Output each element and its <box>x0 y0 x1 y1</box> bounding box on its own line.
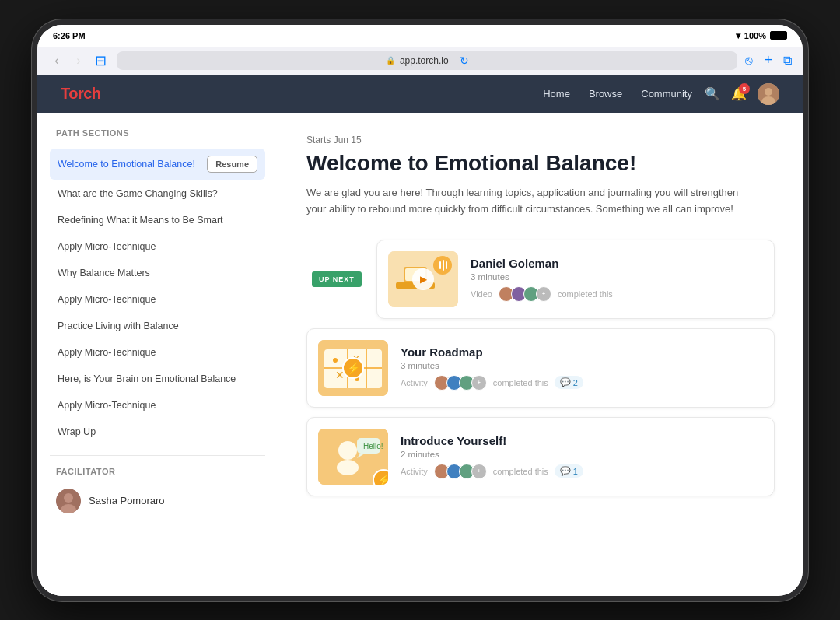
card-daniel-goleman[interactable]: UP NEXT <box>376 240 775 319</box>
card-introduce-yourself[interactable]: Hello! ⚡ Introduce Yourself! 2 minutes A… <box>306 417 775 496</box>
user-avatar[interactable] <box>758 83 779 105</box>
back-button[interactable]: ‹ <box>48 52 65 69</box>
comment-icon-3: 💬 <box>560 466 571 476</box>
sidebar-item-6[interactable]: Practice Living with Balance <box>50 314 265 338</box>
resume-button[interactable]: Resume <box>207 156 257 173</box>
nav-community[interactable]: Community <box>641 88 692 100</box>
mini-avatar-count: + <box>536 286 551 302</box>
svg-text:Hello!: Hello! <box>363 442 383 450</box>
section-date: Starts Jun 15 <box>306 135 775 145</box>
lock-icon: 🔒 <box>386 56 395 65</box>
battery-percentage: 100% <box>744 31 766 40</box>
card-footer-2: Activity + completed this 💬 2 <box>401 375 763 391</box>
tabs-icon[interactable]: ⧉ <box>783 54 792 68</box>
sidebar-item-label-10: Wrap Up <box>58 426 96 437</box>
svg-point-25 <box>337 460 359 475</box>
url-text: app.torch.io <box>400 55 449 66</box>
nav-home[interactable]: Home <box>543 88 570 100</box>
card-thumbnail-introduce: Hello! ⚡ <box>318 429 388 485</box>
comment-badge-2[interactable]: 💬 2 <box>555 376 583 389</box>
reload-button[interactable]: ↻ <box>460 54 469 67</box>
sidebar-item-label-7: Apply Micro-Technique <box>58 347 156 358</box>
sidebar-item-2[interactable]: Redefining What it Means to Be Smart <box>50 208 265 233</box>
avatar-group-2: + <box>434 375 487 391</box>
avatar-group-1: + <box>499 286 551 302</box>
card-title-3: Introduce Yourself! <box>401 434 763 447</box>
facilitator-name: Sasha Pomoraro <box>89 495 165 506</box>
forward-button[interactable]: › <box>70 52 87 69</box>
nav-icons: 🔍 🔔 5 <box>705 83 779 105</box>
nav-browse[interactable]: Browse <box>589 88 622 100</box>
browser-nav: ‹ › ⊟ <box>48 52 109 69</box>
sidebar: Path sections Welcome to Emotional Balan… <box>37 113 278 596</box>
card-type-3: Activity <box>401 467 428 476</box>
notifications-button[interactable]: 🔔 5 <box>731 86 747 101</box>
sidebar-item-9[interactable]: Apply Micro-Technique <box>50 393 265 418</box>
sidebar-item-1[interactable]: What are the Game Changing Skills? <box>50 181 265 206</box>
completed-text-3: completed this <box>493 467 548 476</box>
sidebar-item-4[interactable]: Why Balance Matters <box>50 261 265 285</box>
browser-actions: ⎋ + ⧉ <box>745 52 792 68</box>
sidebar-item-label-5: Apply Micro-Technique <box>58 294 156 305</box>
device-screen: 6:26 PM ▾ 100% ‹ › ⊟ 🔒 app.torch.io ↻ <box>37 25 803 596</box>
sidebar-item-7[interactable]: Apply Micro-Technique <box>50 340 265 365</box>
sidebar-item-label-2: Redefining What it Means to Be Smart <box>58 215 223 226</box>
share-icon[interactable]: ⎋ <box>745 54 753 68</box>
sidebar-section-title: Path sections <box>50 128 265 138</box>
mini-avatar-count: + <box>471 464 487 479</box>
avatar-group-3: + <box>434 464 487 479</box>
comment-count-2: 2 <box>573 378 578 387</box>
comment-count-3: 1 <box>573 467 578 476</box>
svg-point-21 <box>333 358 338 363</box>
sidebar-item-10[interactable]: Wrap Up <box>50 419 265 444</box>
card-meta-3: 2 minutes <box>401 450 763 459</box>
card-type-1: Video <box>471 289 492 299</box>
sidebar-item-3[interactable]: Apply Micro-Technique <box>50 234 265 259</box>
svg-point-24 <box>338 441 357 460</box>
svg-rect-12 <box>443 260 444 271</box>
sidebar-item-label-4: Why Balance Matters <box>58 268 150 278</box>
card-your-roadmap[interactable]: ✕ ✕ ⚡ Your Roadmap 3 minutes Activity <box>306 328 775 408</box>
sidebar-item-label-6: Practice Living with Balance <box>58 321 179 331</box>
lightning-button[interactable]: ⚡ <box>342 357 364 379</box>
sidebar-item-8[interactable]: Here, is Your Brain on Emotional Balance <box>50 366 265 391</box>
card-thumbnail-roadmap: ✕ ✕ ⚡ <box>318 340 388 396</box>
nav-links: Home Browse Community <box>543 88 692 100</box>
facilitator-row: Sasha Pomoraro <box>50 485 265 517</box>
card-title-1: Daniel Goleman <box>471 257 763 270</box>
facilitator-avatar <box>56 489 81 513</box>
section-title: Welcome to Emotional Balance! <box>306 150 775 177</box>
sidebar-divider <box>50 455 265 456</box>
bookmarks-button[interactable]: ⊟ <box>92 52 109 69</box>
device-frame: 6:26 PM ▾ 100% ‹ › ⊟ 🔒 app.torch.io ↻ <box>31 19 809 602</box>
sidebar-item-welcome[interactable]: Welcome to Emotional Balance! Resume <box>50 149 265 180</box>
card-info-2: Your Roadmap 3 minutes Activity + comple… <box>401 345 763 391</box>
up-next-tag: UP NEXT <box>312 271 362 287</box>
card-title-2: Your Roadmap <box>401 345 763 359</box>
svg-point-4 <box>64 493 73 503</box>
battery-icon <box>770 31 787 40</box>
app-logo: Torch <box>61 85 101 103</box>
facilitator-title: Facilitator <box>50 467 265 476</box>
card-info-1: Daniel Goleman 3 minutes Video + complet… <box>471 257 763 302</box>
sidebar-item-5[interactable]: Apply Micro-Technique <box>50 287 265 312</box>
play-button[interactable]: ▶ <box>412 268 434 290</box>
card-thumbnail-video: ▶ <box>388 251 458 307</box>
completed-text-1: completed this <box>558 289 613 299</box>
comment-badge-3[interactable]: 💬 1 <box>555 464 583 478</box>
new-tab-icon[interactable]: + <box>764 52 772 68</box>
section-description: We are glad you are here! Through learni… <box>306 185 758 218</box>
svg-rect-13 <box>446 261 447 269</box>
url-bar[interactable]: 🔒 app.torch.io ↻ <box>117 51 737 70</box>
status-time: 6:26 PM <box>53 31 86 40</box>
mini-avatar-count: + <box>471 375 487 391</box>
app-nav: Torch Home Browse Community 🔍 🔔 5 <box>37 75 803 113</box>
completed-text-2: completed this <box>493 378 548 387</box>
comment-icon: 💬 <box>560 377 571 387</box>
card-meta-1: 3 minutes <box>471 272 763 282</box>
sidebar-item-label-welcome: Welcome to Emotional Balance! <box>58 159 195 170</box>
svg-point-1 <box>765 88 772 96</box>
card-footer-3: Activity + completed this 💬 1 <box>401 464 763 479</box>
sidebar-item-label-9: Apply Micro-Technique <box>58 400 156 411</box>
search-button[interactable]: 🔍 <box>705 86 720 101</box>
